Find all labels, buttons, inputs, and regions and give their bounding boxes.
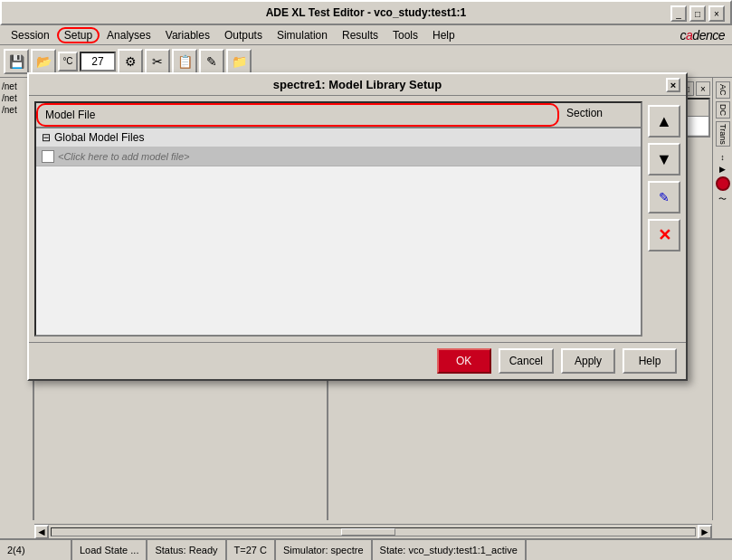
move-up-button[interactable]: ▲: [648, 105, 680, 138]
modal-row-checkbox[interactable]: [42, 150, 54, 163]
model-library-setup-dialog: spectre1: Model Library Setup × Model Fi…: [27, 72, 688, 381]
modal-side-buttons: ▲ ▼ ✎ ✕: [648, 101, 680, 337]
edit-button[interactable]: ✎: [648, 181, 680, 214]
section-label: Global Model Files: [54, 131, 144, 144]
modal-section-global: ⊟ Global Model Files: [36, 128, 641, 147]
modal-close-button[interactable]: ×: [666, 78, 680, 92]
cancel-button[interactable]: Cancel: [499, 348, 554, 374]
modal-table-area: Model File Section ⊟ Global Model Files …: [34, 101, 642, 337]
delete-button[interactable]: ✕: [648, 219, 680, 252]
modal-title-bar: spectre1: Model Library Setup ×: [29, 74, 686, 96]
modal-title: spectre1: Model Library Setup: [49, 78, 666, 91]
modal-overlay: spectre1: Model Library Setup × Model Fi…: [0, 0, 732, 560]
modal-row-placeholder[interactable]: <Click here to add model file>: [58, 151, 190, 162]
modal-col-model-file: Model File: [36, 103, 559, 127]
ok-button[interactable]: OK: [437, 348, 491, 374]
modal-footer: OK Cancel Apply Help: [29, 342, 686, 379]
move-down-button[interactable]: ▼: [648, 143, 680, 176]
modal-table-header: Model File Section: [36, 103, 641, 128]
apply-button[interactable]: Apply: [561, 348, 615, 374]
section-collapse-icon[interactable]: ⊟: [42, 131, 51, 144]
modal-body: Model File Section ⊟ Global Model Files …: [29, 96, 686, 342]
modal-col-section: Section: [559, 103, 641, 127]
modal-add-file-row[interactable]: <Click here to add model file>: [36, 147, 641, 166]
help-button[interactable]: Help: [623, 348, 677, 374]
